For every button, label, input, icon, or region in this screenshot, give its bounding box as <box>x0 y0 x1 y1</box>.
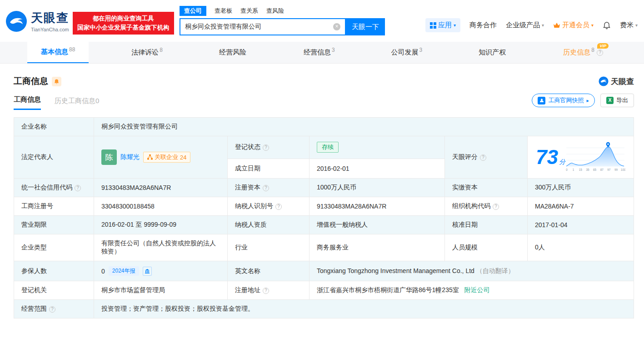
registered-address-cell: 浙江省嘉兴市桐乡市梧桐街道广华路86号1幢235室 附近公司 <box>310 281 634 300</box>
subscribe-bell-icon[interactable] <box>52 77 61 86</box>
apps-grid-icon <box>430 22 436 29</box>
score-chart: 0 1 15 35 65 87 97 99 100 <box>565 141 625 173</box>
table-row: 企业类型 有限责任公司（自然人投资或控股的法人独资） 行业 商务服务业 人员规模… <box>14 234 634 261</box>
tab-operation-risk[interactable]: 经营风险 <box>205 42 261 63</box>
table-row: 经营范围 投资管理；资产管理；股权投资；股权投资基金管理。 <box>14 300 634 318</box>
business-term-label: 营业期限 <box>14 216 94 234</box>
tianyancha-logo[interactable]: 天眼查 TianYanCha.com <box>5 10 69 32</box>
help-icon[interactable] <box>597 50 603 56</box>
subtab-history-business-info[interactable]: 历史工商信息0 <box>55 97 99 110</box>
taxpayer-id-value: 91330483MA28A6NA7R <box>310 197 445 216</box>
tab-operation-info[interactable]: 经营信息 3 <box>290 42 349 63</box>
apps-menu[interactable]: 应用 ▾ <box>425 18 460 32</box>
top-menu: 应用 ▾ 商务合作 企业级产品 ▾ 开通会员 ▾ <box>425 18 638 32</box>
logo-swirl-icon <box>599 76 609 86</box>
table-row: 法定代表人 陈 陈耀光 关联企业 24 <box>14 136 634 159</box>
table-row: 企业名称 桐乡同众投资管理有限公司 <box>14 118 634 136</box>
tab-label: 经营风险 <box>219 48 246 57</box>
legal-rep-link[interactable]: 陈耀光 <box>120 153 140 161</box>
logo-swirl-icon <box>5 10 27 32</box>
annual-report-badge[interactable]: 2024年报 <box>109 266 139 276</box>
paid-capital-value: 300万人民币 <box>528 179 634 197</box>
org-code-value: MA28A6NA-7 <box>528 197 634 216</box>
tab-legal[interactable]: 法律诉讼 8 <box>118 42 176 63</box>
help-icon[interactable] <box>75 185 81 191</box>
tab-label: 基本信息 <box>41 48 68 56</box>
industry-value: 商务服务业 <box>310 234 445 261</box>
tab-intellectual-property[interactable]: 知识产权 <box>465 42 520 63</box>
menu-enterprise[interactable]: 企业级产品 ▾ <box>506 21 544 30</box>
menu-cooperation[interactable]: 商务合作 <box>469 21 497 30</box>
search-tab-risk[interactable]: 查风险 <box>266 7 284 15</box>
table-row: 登记机关 桐乡市市场监督管理局 注册地址 浙江省嘉兴市桐乡市梧桐街道广华路86号… <box>14 281 634 300</box>
reg-number-label: 工商注册号 <box>14 197 94 216</box>
svg-text:15: 15 <box>579 168 583 171</box>
search-tab-relation[interactable]: 查关系 <box>240 7 258 15</box>
company-name-label: 企业名称 <box>14 118 94 136</box>
crown-icon <box>553 22 560 29</box>
score-cell: 73分 <box>528 136 634 179</box>
main-content: 工商信息 天眼查 工商信息 历史工商信息0 <box>0 75 644 318</box>
clear-icon[interactable] <box>333 23 340 30</box>
official-snapshot-button[interactable]: 工商官网快照 <box>532 94 595 107</box>
tab-company-development[interactable]: 公司发展 3 <box>378 42 436 63</box>
svg-text:100: 100 <box>621 168 625 171</box>
registered-address-value: 浙江省嘉兴市桐乡市梧桐街道广华路86号1幢235室 <box>317 286 459 293</box>
brand-domain: TianYanCha.com <box>31 27 69 32</box>
legal-rep-label: 法定代表人 <box>14 136 94 179</box>
search-tabs: 查公司 查老板 查关系 查风险 <box>180 5 385 16</box>
chevron-down-icon: ▾ <box>542 23 544 28</box>
svg-text:87: 87 <box>600 168 604 171</box>
menu-vip[interactable]: 开通会员 ▾ <box>553 21 594 30</box>
search-button[interactable]: 天眼一下 <box>346 18 385 35</box>
auto-translate-note: （自动翻译） <box>476 267 514 274</box>
score-value: 73分 <box>536 146 565 169</box>
registered-address-label: 注册地址 <box>228 281 310 300</box>
bell-icon <box>603 21 611 30</box>
help-icon[interactable] <box>263 144 269 151</box>
tab-history-info[interactable]: VIP 历史信息 8 <box>549 42 617 63</box>
search-row: 天眼一下 <box>180 18 385 35</box>
export-button[interactable]: 导出 <box>600 94 634 107</box>
search-input[interactable] <box>180 23 333 30</box>
annual-report-icon[interactable] <box>143 267 152 276</box>
english-name-cell: Tongxiang Tongzhong Investment Managemen… <box>310 261 634 281</box>
score-label: 天眼评分 <box>445 136 528 179</box>
insured-count-label: 参保人数 <box>14 261 94 281</box>
table-row: 营业期限 2016-02-01 至 9999-09-09 纳税人资质 增值税一般… <box>14 216 634 234</box>
taxpayer-id-label: 纳税人识别号 <box>228 197 310 216</box>
action-buttons: 工商官网快照 导出 <box>532 94 634 110</box>
svg-text:65: 65 <box>593 168 597 171</box>
help-icon[interactable] <box>263 185 269 191</box>
help-icon[interactable] <box>480 154 486 161</box>
vip-label: 开通会员 <box>562 21 589 30</box>
help-icon[interactable] <box>275 204 282 210</box>
approval-date-label: 核准日期 <box>445 216 528 234</box>
menu-user[interactable]: 费米 ▾ <box>620 21 638 30</box>
nearby-companies-link[interactable]: 附近公司 <box>464 286 490 293</box>
tab-label: 经营信息 <box>304 48 331 57</box>
help-icon[interactable] <box>493 204 499 210</box>
business-scope-label: 经营范围 <box>14 300 94 318</box>
help-icon[interactable] <box>49 306 55 313</box>
notification-bell[interactable] <box>603 21 611 30</box>
reg-capital-label: 注册资本 <box>228 179 310 197</box>
business-scope-value: 投资管理；资产管理；股权投资；股权投资基金管理。 <box>94 300 634 318</box>
staff-size-label: 人员规模 <box>445 234 528 261</box>
subtab-business-info[interactable]: 工商信息 <box>14 95 41 110</box>
help-icon[interactable] <box>263 288 269 294</box>
chevron-down-icon: ▾ <box>635 23 638 28</box>
section-title: 工商信息 <box>14 75 48 87</box>
watermark-logo: 天眼查 <box>599 76 634 87</box>
svg-text:0: 0 <box>566 168 568 171</box>
search-tab-company[interactable]: 查公司 <box>180 6 206 16</box>
related-companies-badge[interactable]: 关联企业 24 <box>143 152 190 163</box>
slogan-line2: 国家中小企业发展子基金旗下机构 <box>77 23 170 32</box>
tab-basic-info[interactable]: 基本信息 88 <box>27 42 89 63</box>
legal-rep-avatar[interactable]: 陈 <box>101 149 117 165</box>
company-type-label: 企业类型 <box>14 234 94 261</box>
search-tab-boss[interactable]: 查老板 <box>215 7 232 15</box>
svg-text:99: 99 <box>614 168 618 171</box>
section-header: 工商信息 天眼查 <box>14 75 634 87</box>
tab-count: 8 <box>160 47 163 53</box>
